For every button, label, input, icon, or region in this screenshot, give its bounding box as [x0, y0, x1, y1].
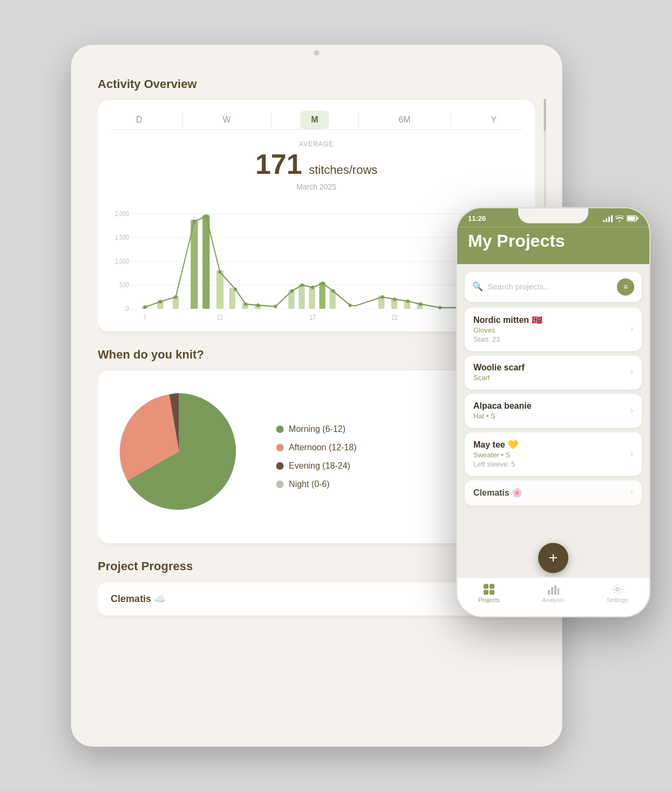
phone: 11:26 — [456, 207, 650, 617]
nav-item-projects[interactable]: Projects — [478, 583, 500, 605]
svg-point-47 — [419, 302, 422, 306]
fab-plus-icon: + — [549, 549, 558, 566]
legend-dot-afternoon — [276, 444, 283, 451]
legend-dot-night — [276, 481, 283, 488]
legend-morning: Morning (6-12) — [276, 424, 356, 434]
project-item-clematis-name: Clematis 🌸 — [473, 488, 522, 498]
average-date: March 2025 — [111, 182, 522, 191]
status-icons — [603, 215, 639, 222]
pie-chart — [114, 387, 243, 516]
search-bar[interactable]: 🔍 Search projects... ≡ — [465, 272, 642, 302]
status-time: 11:26 — [468, 214, 486, 222]
project-item-alpaca-type: Hat • S — [473, 412, 532, 420]
wifi-icon — [615, 215, 624, 221]
svg-rect-21 — [309, 286, 315, 309]
nav-item-analysis[interactable]: Analysis — [542, 583, 565, 605]
pie-chart-container — [114, 387, 254, 527]
projects-nav-icon — [483, 583, 495, 595]
svg-rect-59 — [637, 217, 639, 220]
svg-point-48 — [438, 306, 442, 309]
nav-item-settings[interactable]: Settings — [607, 583, 628, 605]
filter-button[interactable]: ≡ — [617, 278, 634, 295]
tab-w[interactable]: W — [212, 111, 241, 129]
svg-point-37 — [274, 305, 277, 308]
tab-m[interactable]: M — [300, 111, 329, 129]
average-section: AVERAGE 171 stitches/rows March 2025 — [111, 140, 522, 191]
average-label: AVERAGE — [111, 140, 522, 148]
svg-point-36 — [256, 303, 260, 307]
filter-icon: ≡ — [623, 282, 628, 291]
average-unit: stitches/rows — [309, 163, 377, 177]
battery-icon — [627, 215, 639, 221]
project-item-nordic-name: Nordic mitten 🇳🇴 — [473, 315, 542, 325]
tab-y[interactable]: Y — [480, 111, 507, 129]
add-project-fab[interactable]: + — [538, 543, 568, 573]
svg-point-32 — [204, 214, 207, 218]
svg-rect-66 — [554, 585, 556, 594]
svg-point-31 — [193, 220, 196, 224]
phone-body: 🔍 Search projects... ≡ Nordic mitten 🇳🇴 … — [457, 264, 649, 602]
svg-point-42 — [331, 289, 335, 293]
average-value: 171 — [255, 148, 302, 180]
project-item-alpaca-name: Alpaca beanie — [473, 401, 532, 411]
svg-rect-64 — [548, 590, 550, 594]
svg-text:1,000: 1,000 — [114, 258, 128, 265]
svg-rect-14 — [202, 215, 209, 309]
bottom-nav: Projects Analysis Settings — [457, 577, 649, 616]
svg-point-46 — [406, 299, 409, 303]
activity-overview-title: Activity Overview — [98, 77, 535, 91]
project-item-may-name: May tee 💛 — [473, 440, 518, 450]
phone-notch — [518, 208, 588, 223]
svg-rect-58 — [628, 217, 635, 220]
nav-label-settings: Settings — [607, 597, 628, 603]
legend-dot-morning — [276, 425, 283, 433]
project-item-woolie-scarf[interactable]: Woolie scarf Scarf › — [465, 355, 642, 389]
svg-rect-20 — [298, 283, 304, 308]
svg-point-40 — [311, 286, 314, 289]
svg-point-41 — [321, 281, 324, 285]
project-item-may-sub: Left sleeve: 5 — [473, 460, 518, 468]
legend-label-morning: Morning (6-12) — [289, 424, 345, 434]
project-item-clematis[interactable]: Clematis 🌸 › — [465, 480, 642, 505]
time-tabs: D W M 6M Y — [111, 111, 522, 130]
project-item-may-type: Sweater • S — [473, 451, 518, 459]
search-icon: 🔍 — [472, 281, 483, 292]
search-input[interactable]: Search projects... — [487, 282, 613, 291]
svg-point-34 — [234, 287, 237, 291]
svg-text:22: 22 — [391, 314, 398, 321]
project-item-nordic-mitten[interactable]: Nordic mitten 🇳🇴 Gloves Start: 23 › — [465, 307, 642, 351]
svg-point-44 — [381, 295, 384, 299]
tab-d[interactable]: D — [125, 111, 153, 129]
svg-point-38 — [290, 289, 294, 293]
svg-rect-63 — [490, 590, 494, 594]
svg-text:7: 7 — [143, 314, 146, 321]
svg-point-30 — [174, 295, 177, 299]
nav-label-analysis: Analysis — [542, 597, 565, 603]
legend-label-afternoon: Afternoon (12-18) — [289, 443, 356, 452]
svg-rect-67 — [558, 588, 559, 594]
svg-point-45 — [393, 298, 396, 301]
svg-rect-65 — [551, 587, 553, 594]
chevron-icon-may: › — [630, 449, 633, 458]
svg-rect-16 — [229, 288, 235, 309]
pie-legend: Morning (6-12) Afternoon (12-18) Evening… — [276, 424, 356, 489]
chevron-icon-nordic: › — [630, 324, 633, 334]
project-item-woolie-info: Woolie scarf Scarf — [473, 363, 525, 382]
legend-night: Night (0-6) — [276, 479, 356, 489]
tablet-scroll-thumb[interactable] — [544, 99, 546, 131]
project-item-nordic-type: Gloves — [473, 326, 542, 334]
analysis-nav-icon — [547, 583, 559, 595]
project-item-woolie-type: Scarf — [473, 374, 525, 382]
svg-text:1,500: 1,500 — [114, 234, 128, 241]
legend-dot-evening — [276, 462, 283, 470]
legend-label-evening: Evening (18-24) — [289, 461, 350, 471]
svg-text:17: 17 — [309, 314, 316, 321]
svg-rect-62 — [484, 590, 488, 594]
tab-6m[interactable]: 6M — [388, 111, 421, 129]
project-item-may-tee[interactable]: May tee 💛 Sweater • S Left sleeve: 5 › — [465, 432, 642, 476]
svg-text:12: 12 — [216, 314, 223, 321]
signal-icon — [603, 215, 613, 222]
project-item-alpaca-info: Alpaca beanie Hat • S — [473, 401, 532, 420]
project-item-nordic-sub: Start: 23 — [473, 335, 542, 343]
project-item-alpaca-beanie[interactable]: Alpaca beanie Hat • S › — [465, 394, 642, 428]
